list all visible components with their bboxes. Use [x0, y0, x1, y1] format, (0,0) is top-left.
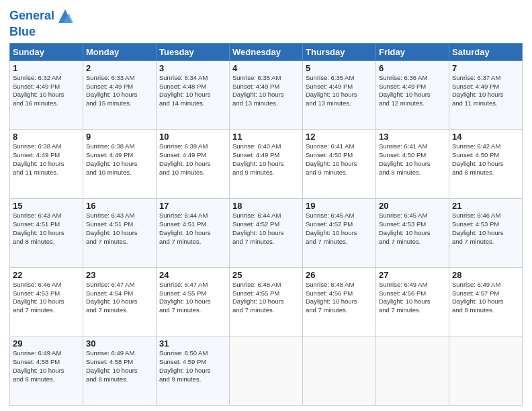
calendar-day-28: 28Sunrise: 6:49 AMSunset: 4:57 PMDayligh… [449, 267, 523, 336]
calendar-empty [376, 336, 449, 406]
calendar-day-19: 19Sunrise: 6:45 AMSunset: 4:52 PMDayligh… [303, 199, 376, 268]
day-number: 3 [159, 63, 226, 73]
day-number: 21 [452, 201, 519, 211]
day-info: Sunrise: 6:48 AMSunset: 4:55 PMDaylight:… [232, 281, 300, 315]
day-info: Sunrise: 6:45 AMSunset: 4:52 PMDaylight:… [306, 212, 373, 246]
day-number: 22 [13, 270, 80, 280]
day-info: Sunrise: 6:40 AMSunset: 4:49 PMDaylight:… [232, 142, 300, 177]
day-number: 4 [232, 63, 300, 73]
day-info: Sunrise: 6:50 AMSunset: 4:59 PMDaylight:… [159, 349, 226, 383]
day-info: Sunrise: 6:34 AMSunset: 4:48 PMDaylight:… [159, 74, 226, 108]
day-info: Sunrise: 6:43 AMSunset: 4:51 PMDaylight:… [86, 212, 153, 246]
day-number: 16 [86, 201, 153, 211]
calendar-day-3: 3Sunrise: 6:34 AMSunset: 4:48 PMDaylight… [157, 60, 230, 130]
logo: General Blue [9, 7, 75, 39]
day-number: 11 [232, 132, 300, 142]
calendar-week-1: 1Sunrise: 6:32 AMSunset: 4:49 PMDaylight… [10, 60, 523, 130]
day-info: Sunrise: 6:43 AMSunset: 4:51 PMDaylight:… [13, 212, 80, 246]
calendar-day-9: 9Sunrise: 6:38 AMSunset: 4:49 PMDaylight… [83, 130, 157, 199]
calendar-day-11: 11Sunrise: 6:40 AMSunset: 4:49 PMDayligh… [230, 130, 303, 199]
col-header-thursday: Thursday [303, 43, 376, 60]
day-info: Sunrise: 6:49 AMSunset: 4:58 PMDaylight:… [86, 349, 153, 383]
day-number: 26 [306, 270, 373, 280]
calendar-day-2: 2Sunrise: 6:33 AMSunset: 4:49 PMDaylight… [83, 60, 157, 130]
calendar-day-18: 18Sunrise: 6:44 AMSunset: 4:52 PMDayligh… [230, 199, 303, 268]
calendar-day-8: 8Sunrise: 6:38 AMSunset: 4:49 PMDaylight… [10, 130, 83, 199]
calendar-day-31: 31Sunrise: 6:50 AMSunset: 4:59 PMDayligh… [157, 336, 230, 406]
day-number: 20 [379, 201, 446, 211]
day-number: 9 [86, 132, 153, 142]
calendar-day-17: 17Sunrise: 6:44 AMSunset: 4:51 PMDayligh… [157, 199, 230, 268]
day-info: Sunrise: 6:35 AMSunset: 4:49 PMDaylight:… [232, 74, 300, 108]
day-info: Sunrise: 6:41 AMSunset: 4:50 PMDaylight:… [379, 142, 446, 177]
calendar-day-25: 25Sunrise: 6:48 AMSunset: 4:55 PMDayligh… [230, 267, 303, 336]
day-info: Sunrise: 6:36 AMSunset: 4:49 PMDaylight:… [379, 74, 446, 108]
day-info: Sunrise: 6:42 AMSunset: 4:50 PMDaylight:… [452, 142, 519, 177]
calendar-empty [449, 336, 523, 406]
day-number: 10 [159, 132, 226, 142]
day-number: 28 [452, 270, 519, 280]
day-number: 5 [306, 63, 373, 73]
day-info: Sunrise: 6:38 AMSunset: 4:49 PMDaylight:… [86, 142, 153, 177]
calendar-day-21: 21Sunrise: 6:46 AMSunset: 4:53 PMDayligh… [449, 199, 523, 268]
calendar-day-20: 20Sunrise: 6:45 AMSunset: 4:53 PMDayligh… [376, 199, 449, 268]
calendar-day-4: 4Sunrise: 6:35 AMSunset: 4:49 PMDaylight… [230, 60, 303, 130]
day-info: Sunrise: 6:49 AMSunset: 4:56 PMDaylight:… [379, 281, 446, 315]
calendar-day-22: 22Sunrise: 6:46 AMSunset: 4:53 PMDayligh… [10, 267, 83, 336]
col-header-tuesday: Tuesday [157, 43, 230, 60]
calendar-week-3: 15Sunrise: 6:43 AMSunset: 4:51 PMDayligh… [10, 199, 523, 268]
calendar-week-5: 29Sunrise: 6:49 AMSunset: 4:58 PMDayligh… [10, 336, 523, 406]
calendar-day-26: 26Sunrise: 6:48 AMSunset: 4:56 PMDayligh… [303, 267, 376, 336]
calendar-day-13: 13Sunrise: 6:41 AMSunset: 4:50 PMDayligh… [376, 130, 449, 199]
day-number: 24 [159, 270, 226, 280]
logo-text-blue: Blue [9, 26, 75, 39]
day-number: 13 [379, 132, 446, 142]
day-number: 2 [86, 63, 153, 73]
col-header-monday: Monday [83, 43, 157, 60]
day-number: 12 [306, 132, 373, 142]
col-header-wednesday: Wednesday [230, 43, 303, 60]
day-number: 19 [306, 201, 373, 211]
day-number: 15 [13, 201, 80, 211]
calendar-day-12: 12Sunrise: 6:41 AMSunset: 4:50 PMDayligh… [303, 130, 376, 199]
col-header-saturday: Saturday [449, 43, 523, 60]
day-info: Sunrise: 6:39 AMSunset: 4:49 PMDaylight:… [159, 142, 226, 177]
day-number: 25 [232, 270, 300, 280]
calendar-table: SundayMondayTuesdayWednesdayThursdayFrid… [9, 43, 523, 406]
header: General Blue [9, 7, 523, 39]
day-number: 30 [86, 338, 153, 349]
day-number: 18 [232, 201, 300, 211]
day-number: 8 [13, 132, 80, 142]
logo-icon [56, 7, 75, 26]
day-info: Sunrise: 6:46 AMSunset: 4:53 PMDaylight:… [452, 212, 519, 246]
day-info: Sunrise: 6:44 AMSunset: 4:52 PMDaylight:… [232, 212, 300, 246]
calendar-week-4: 22Sunrise: 6:46 AMSunset: 4:53 PMDayligh… [10, 267, 523, 336]
calendar-day-6: 6Sunrise: 6:36 AMSunset: 4:49 PMDaylight… [376, 60, 449, 130]
day-info: Sunrise: 6:45 AMSunset: 4:53 PMDaylight:… [379, 212, 446, 246]
day-info: Sunrise: 6:37 AMSunset: 4:49 PMDaylight:… [452, 74, 519, 108]
calendar-day-5: 5Sunrise: 6:35 AMSunset: 4:49 PMDaylight… [303, 60, 376, 130]
day-number: 27 [379, 270, 446, 280]
day-number: 6 [379, 63, 446, 73]
day-info: Sunrise: 6:44 AMSunset: 4:51 PMDaylight:… [159, 212, 226, 246]
day-number: 14 [452, 132, 519, 142]
day-info: Sunrise: 6:47 AMSunset: 4:55 PMDaylight:… [159, 281, 226, 315]
calendar-day-15: 15Sunrise: 6:43 AMSunset: 4:51 PMDayligh… [10, 199, 83, 268]
calendar-day-14: 14Sunrise: 6:42 AMSunset: 4:50 PMDayligh… [449, 130, 523, 199]
page: General Blue SundayMondayTuesdayWednesda… [0, 0, 532, 411]
logo-text: General [9, 9, 54, 23]
day-info: Sunrise: 6:35 AMSunset: 4:49 PMDaylight:… [306, 74, 373, 108]
calendar-day-10: 10Sunrise: 6:39 AMSunset: 4:49 PMDayligh… [157, 130, 230, 199]
calendar-day-23: 23Sunrise: 6:47 AMSunset: 4:54 PMDayligh… [83, 267, 157, 336]
day-number: 7 [452, 63, 519, 73]
calendar-day-29: 29Sunrise: 6:49 AMSunset: 4:58 PMDayligh… [10, 336, 83, 406]
calendar-day-24: 24Sunrise: 6:47 AMSunset: 4:55 PMDayligh… [157, 267, 230, 336]
day-number: 1 [13, 63, 80, 73]
day-number: 29 [13, 338, 80, 349]
calendar-day-7: 7Sunrise: 6:37 AMSunset: 4:49 PMDaylight… [449, 60, 523, 130]
calendar-day-16: 16Sunrise: 6:43 AMSunset: 4:51 PMDayligh… [83, 199, 157, 268]
day-number: 31 [159, 338, 226, 349]
col-header-friday: Friday [376, 43, 449, 60]
calendar-header-row: SundayMondayTuesdayWednesdayThursdayFrid… [10, 43, 523, 60]
calendar-day-1: 1Sunrise: 6:32 AMSunset: 4:49 PMDaylight… [10, 60, 83, 130]
